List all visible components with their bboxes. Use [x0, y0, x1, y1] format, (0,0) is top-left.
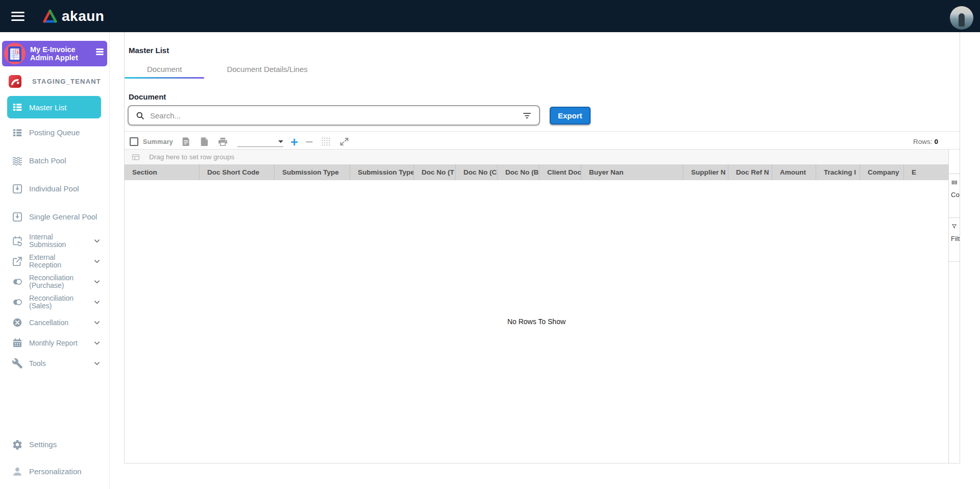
column-header-amount[interactable]: Amount [772, 164, 816, 180]
sidebar-item-reconciliation-purchase[interactable]: Reconciliation (Purchase) [0, 272, 109, 292]
sidebar-nav: Master ListPosting QueueBatch PoolIndivi… [0, 96, 109, 374]
sidebar-item-label: Reconciliation (Sales) [29, 295, 86, 310]
sidebar-item-internal-submission[interactable]: Internal Submission [0, 231, 109, 251]
columns-icon [951, 179, 958, 186]
applet-header[interactable]: $ My E-Invoice Admin Applet [2, 41, 107, 66]
section-title: Document [129, 92, 960, 101]
chevron-down-icon [92, 359, 102, 368]
search-icon [135, 111, 145, 120]
summary-checkbox[interactable] [130, 137, 138, 146]
column-header-submission-type[interactable]: Submission Type [274, 164, 350, 180]
applet-menu-icon[interactable] [96, 48, 104, 55]
document-lines-icon[interactable] [181, 136, 191, 147]
brand-name: akaun [62, 8, 104, 25]
posting-queue-icon [12, 127, 23, 138]
column-header-section[interactable]: Section [125, 164, 199, 180]
zoom-out-icon[interactable]: − [305, 137, 313, 147]
zoom-in-icon[interactable]: + [290, 137, 298, 147]
sidebar-item-external-reception[interactable]: External Reception [0, 251, 109, 272]
sidebar-item-label: Batch Pool [29, 156, 66, 165]
export-button[interactable]: Export [550, 107, 591, 125]
panel-tab-filters[interactable]: Filters [949, 218, 960, 262]
tab-document[interactable]: Document [125, 59, 204, 79]
sidebar-item-settings[interactable]: Settings [0, 431, 109, 458]
top-bar: akaun [0, 0, 980, 32]
column-header-e[interactable]: E [903, 164, 948, 180]
grid-header-row: SectionDoc Short CodeSubmission TypeSubm… [125, 164, 948, 180]
tools-icon [12, 358, 23, 369]
tenant-label: STAGING_TENANT [32, 78, 101, 85]
sidebar-item-monthly-report[interactable]: Monthly Report [0, 333, 109, 353]
master-list-icon [12, 102, 23, 113]
column-header-doc-no-c[interactable]: Doc No (C [455, 164, 497, 180]
sidebar-item-reconciliation-sales[interactable]: Reconciliation (Sales) [0, 292, 109, 312]
chevron-down-icon [92, 318, 102, 327]
reconciliation-purchase-icon [12, 276, 23, 287]
search-box[interactable] [128, 105, 540, 126]
sidebar-item-master-list[interactable]: Master List [7, 96, 101, 118]
reconciliation-sales-icon [12, 297, 23, 308]
tab-document-detailslines[interactable]: Document Details/Lines [204, 59, 330, 79]
grid-side-panel: ColumnsFilters [948, 150, 960, 463]
cancellation-icon [12, 317, 23, 328]
external-reception-icon [12, 256, 23, 267]
sidebar-item-batch-pool[interactable]: Batch Pool [0, 146, 109, 175]
settings-icon [12, 439, 23, 450]
sidebar: $ My E-Invoice Admin Applet STAGING_TENA… [0, 32, 110, 489]
individual-pool-icon [12, 183, 23, 194]
user-avatar[interactable] [950, 6, 973, 30]
svg-text:$: $ [17, 50, 19, 54]
blank-document-icon[interactable] [199, 136, 210, 147]
batch-pool-icon [12, 155, 23, 166]
sidebar-item-tools[interactable]: Tools [0, 353, 109, 374]
sidebar-item-personalization[interactable]: Personalization [0, 458, 109, 485]
row-group-icon [131, 153, 140, 162]
search-input[interactable] [149, 111, 522, 120]
column-header-submission-type-2[interactable]: Submission Type 2 [350, 164, 413, 180]
column-header-doc-no-b[interactable]: Doc No (B [497, 164, 539, 180]
column-header-buyer-nan[interactable]: Buyer Nan [581, 164, 683, 180]
expand-icon[interactable] [339, 136, 350, 147]
internal-submission-icon [12, 235, 23, 247]
sidebar-item-label: Settings [29, 440, 57, 449]
sidebar-item-label: Monthly Report [29, 339, 86, 347]
search-row: Export [128, 105, 960, 126]
column-header-tracking-i[interactable]: Tracking I [816, 164, 860, 180]
column-header-supplier-n[interactable]: Supplier N [683, 164, 728, 180]
column-header-client-doc[interactable]: Client Doc [539, 164, 581, 180]
row-group-drop-zone[interactable]: Drag here to set row groups [125, 150, 948, 164]
dotted-grid-icon[interactable] [321, 136, 331, 147]
chevron-down-icon [92, 277, 102, 286]
panel-tab-columns[interactable]: Columns [949, 174, 960, 218]
akaun-triangle-icon [42, 9, 58, 24]
row-group-hint: Drag here to set row groups [149, 153, 234, 161]
sidebar-item-label: Individual Pool [29, 184, 79, 193]
print-icon[interactable] [217, 136, 228, 147]
column-header-doc-no-t[interactable]: Doc No (T [413, 164, 455, 180]
chevron-down-icon [92, 338, 102, 348]
sidebar-item-label: Internal Submission [29, 233, 86, 249]
sidebar-item-label: Master List [29, 103, 66, 112]
rows-count: Rows:0 [913, 138, 960, 145]
grid-body: No Rows To Show [125, 180, 948, 463]
filter-list-icon[interactable] [522, 110, 532, 121]
column-header-doc-short-code[interactable]: Doc Short Code [199, 164, 274, 180]
sidebar-item-single-general-pool[interactable]: Single General Pool [0, 203, 109, 231]
tenant-icon [8, 75, 22, 88]
sidebar-item-individual-pool[interactable]: Individual Pool [0, 175, 109, 203]
sidebar-item-cancellation[interactable]: Cancellation [0, 312, 109, 333]
sidebar-footer: SettingsPersonalization [0, 431, 109, 485]
data-grid: Drag here to set row groups SectionDoc S… [125, 149, 960, 463]
chevron-down-icon [92, 298, 102, 307]
sidebar-item-label: Tools [29, 360, 86, 368]
tenant-row: STAGING_TENANT [8, 75, 109, 88]
column-header-doc-ref-n[interactable]: Doc Ref N [728, 164, 772, 180]
e-invoice-applet-icon: $ [4, 42, 26, 65]
menu-hamburger-icon[interactable] [11, 12, 24, 21]
page-size-dropdown[interactable] [237, 137, 283, 147]
chevron-down-icon [92, 257, 102, 266]
sidebar-item-label: Cancellation [29, 319, 86, 327]
column-header-company[interactable]: Company [860, 164, 903, 180]
sidebar-item-posting-queue[interactable]: Posting Queue [0, 118, 109, 146]
applet-title: My E-Invoice Admin Applet [30, 45, 78, 62]
